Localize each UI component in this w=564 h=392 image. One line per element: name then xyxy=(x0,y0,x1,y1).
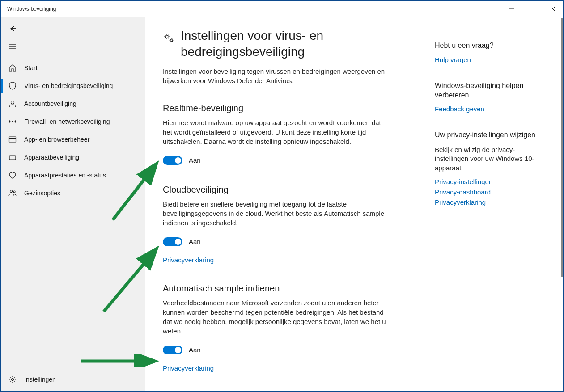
section-cloud: Cloudbeveiliging Biedt betere en sneller… xyxy=(163,185,386,264)
section-title: Realtime-beveiliging xyxy=(163,103,386,114)
privacy-dashboard-link[interactable]: Privacy-dashboard xyxy=(435,188,543,196)
rail-title: Uw privacy-instellingen wijzigen xyxy=(435,131,543,140)
nav-label: Start xyxy=(24,64,38,72)
privacy-link[interactable]: Privacyverklaring xyxy=(163,256,214,264)
person-icon xyxy=(8,99,17,108)
help-link[interactable]: Hulp vragen xyxy=(435,56,543,63)
back-button[interactable] xyxy=(3,20,22,38)
sidebar-footer: Instellingen xyxy=(1,371,145,391)
nav-item-virus[interactable]: Virus- en bedreigingsbeveiliging xyxy=(1,77,145,95)
nav-list: Start Virus- en bedreigingsbeveiliging A… xyxy=(1,59,145,371)
shield-icon xyxy=(8,81,17,90)
toggle-row: Aan xyxy=(163,346,386,354)
gear-icon xyxy=(8,375,17,384)
privacy-link[interactable]: Privacyverklaring xyxy=(163,364,214,372)
section-title: Automatisch sample indienen xyxy=(163,283,386,294)
sidebar: Start Virus- en bedreigingsbeveiliging A… xyxy=(1,17,145,391)
close-button[interactable] xyxy=(543,1,563,17)
heart-icon xyxy=(8,171,17,180)
rail-privacy: Uw privacy-instellingen wijzigen Bekijk … xyxy=(435,131,543,206)
toggle-state: Aan xyxy=(189,346,201,354)
privacy-statement-link[interactable]: Privacyverklaring xyxy=(435,198,543,206)
rail-title: Hebt u een vraag? xyxy=(435,41,543,51)
toggle-state: Aan xyxy=(189,238,201,245)
antenna-icon xyxy=(8,117,17,126)
rail-description: Bekijk en wijzig de privacy-instellingen… xyxy=(435,145,543,173)
section-realtime: Realtime-beveiliging Hiermee wordt malwa… xyxy=(163,103,386,165)
window-title: Windows-beveiliging xyxy=(7,6,56,12)
nav-label: Apparaatprestaties en -status xyxy=(24,172,106,179)
nav-item-family[interactable]: Gezinsopties xyxy=(1,184,145,202)
svg-rect-12 xyxy=(9,156,16,160)
window-controls xyxy=(501,1,563,17)
svg-rect-10 xyxy=(9,137,16,142)
page-description: Instellingen voor beveiliging tegen viru… xyxy=(163,67,386,85)
rail-help: Hebt u een vraag? Hulp vragen xyxy=(435,41,543,63)
app-layout: Start Virus- en bedreigingsbeveiliging A… xyxy=(1,17,563,391)
scrollbar[interactable] xyxy=(560,17,563,391)
nav-label: Gezinsopties xyxy=(24,190,60,197)
svg-point-19 xyxy=(165,35,168,38)
nav-label: Apparaatbeveiliging xyxy=(24,154,79,161)
nav-label: App- en browserbeheer xyxy=(24,136,89,143)
privacy-settings-link[interactable]: Privacy-instellingen xyxy=(435,178,543,185)
chip-icon xyxy=(8,153,17,162)
nav-item-app[interactable]: App- en browserbeheer xyxy=(1,131,145,148)
content-column: Instellingen voor virus- en bedreigingsb… xyxy=(145,17,431,391)
nav-label: Virus- en bedreigingsbeveiliging xyxy=(24,82,113,89)
feedback-link[interactable]: Feedback geven xyxy=(435,105,543,113)
nav-item-start[interactable]: Start xyxy=(1,59,145,77)
sample-toggle[interactable] xyxy=(163,346,182,354)
svg-point-16 xyxy=(10,190,13,193)
nav-label: Accountbeveiliging xyxy=(24,100,76,107)
section-description: Biedt betere en snellere beveiliging met… xyxy=(163,199,386,228)
section-description: Voorbeeldbestanden naar Microsoft verzen… xyxy=(163,298,386,336)
svg-point-17 xyxy=(13,191,15,193)
browser-icon xyxy=(8,135,17,144)
toggle-row: Aan xyxy=(163,156,386,165)
hamburger-button[interactable] xyxy=(3,38,22,55)
nav-item-firewall[interactable]: Firewall- en netwerkbeveiliging xyxy=(1,113,145,131)
nav-item-health[interactable]: Apparaatprestaties en -status xyxy=(1,166,145,184)
svg-point-9 xyxy=(12,121,13,122)
page-header: Instellingen voor virus- en bedreigingsb… xyxy=(163,28,413,60)
nav-item-device[interactable]: Apparaatbeveiliging xyxy=(1,148,145,166)
nav-item-settings[interactable]: Instellingen xyxy=(1,371,145,388)
rail-improve: Windows-beveiliging helpen verbeteren Fe… xyxy=(435,81,543,113)
cloud-toggle[interactable] xyxy=(163,237,182,246)
page-title: Instellingen voor virus- en bedreigingsb… xyxy=(181,28,404,60)
nav-label: Firewall- en netwerkbeveiliging xyxy=(24,118,110,125)
nav-item-account[interactable]: Accountbeveiliging xyxy=(1,95,145,113)
minimize-button[interactable] xyxy=(501,1,522,17)
titlebar: Windows-beveiliging xyxy=(1,1,563,17)
right-rail: Hebt u een vraag? Hulp vragen Windows-be… xyxy=(431,17,552,391)
nav-label: Instellingen xyxy=(24,376,56,383)
main-content: Instellingen voor virus- en bedreigingsb… xyxy=(145,17,563,391)
realtime-toggle[interactable] xyxy=(163,156,182,165)
section-description: Hiermee wordt malware op uw apparaat gez… xyxy=(163,118,386,146)
home-icon xyxy=(8,63,17,72)
gears-icon xyxy=(163,32,174,44)
maximize-button[interactable] xyxy=(522,1,543,17)
family-icon xyxy=(8,189,17,198)
section-sample: Automatisch sample indienen Voorbeeldbes… xyxy=(163,283,386,372)
toggle-row: Aan xyxy=(163,237,386,246)
svg-point-20 xyxy=(170,39,173,42)
svg-point-18 xyxy=(12,379,14,381)
svg-point-8 xyxy=(11,101,14,104)
scrollbar-thumb[interactable] xyxy=(561,18,563,277)
section-title: Cloudbeveiliging xyxy=(163,185,386,195)
toggle-state: Aan xyxy=(189,156,201,164)
rail-title: Windows-beveiliging helpen verbeteren xyxy=(435,81,543,100)
svg-rect-1 xyxy=(530,7,534,11)
